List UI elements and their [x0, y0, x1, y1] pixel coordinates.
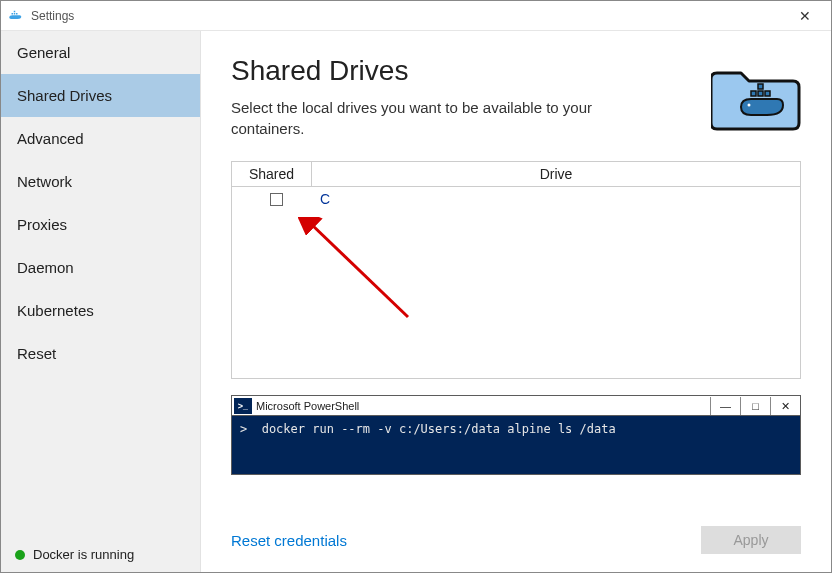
svg-rect-0: [12, 13, 14, 15]
page-title: Shared Drives: [231, 55, 711, 87]
svg-point-8: [748, 104, 751, 107]
status-dot-icon: [15, 550, 25, 560]
reset-credentials-link[interactable]: Reset credentials: [231, 532, 347, 549]
footer: Reset credentials Apply: [231, 510, 801, 554]
svg-rect-2: [16, 13, 18, 15]
svg-rect-1: [14, 13, 16, 15]
ps-minimize-button[interactable]: —: [710, 397, 740, 415]
status-bar: Docker is running: [1, 537, 200, 572]
table-body: C: [232, 187, 800, 378]
sidebar-item-shared-drives[interactable]: Shared Drives: [1, 74, 200, 117]
annotation-arrow-icon: [298, 217, 418, 327]
powershell-icon: >_: [234, 398, 252, 414]
svg-rect-3: [14, 10, 16, 12]
ps-close-button[interactable]: ✕: [770, 397, 800, 415]
header-text: Shared Drives Select the local drives yo…: [231, 55, 711, 139]
svg-line-9: [310, 223, 408, 317]
titlebar: Settings ✕: [1, 1, 831, 31]
close-button[interactable]: ✕: [785, 8, 825, 24]
sidebar-item-network[interactable]: Network: [1, 160, 200, 203]
nav: General Shared Drives Advanced Network P…: [1, 31, 200, 537]
powershell-body: > docker run --rm -v c:/Users:/data alpi…: [232, 416, 800, 474]
svg-rect-6: [765, 91, 770, 96]
sidebar-item-daemon[interactable]: Daemon: [1, 246, 200, 289]
sidebar-item-reset[interactable]: Reset: [1, 332, 200, 375]
sidebar-item-kubernetes[interactable]: Kubernetes: [1, 289, 200, 332]
powershell-controls: — □ ✕: [710, 397, 800, 415]
table-header: Shared Drive: [232, 162, 800, 187]
table-row: C: [232, 187, 800, 211]
ps-maximize-button[interactable]: □: [740, 397, 770, 415]
page-subtitle: Select the local drives you want to be a…: [231, 97, 611, 139]
sidebar-item-advanced[interactable]: Advanced: [1, 117, 200, 160]
powershell-title: Microsoft PowerShell: [256, 400, 710, 412]
powershell-window: >_ Microsoft PowerShell — □ ✕ > docker r…: [231, 395, 801, 475]
window-title: Settings: [31, 9, 74, 23]
drive-checkbox[interactable]: [270, 193, 283, 206]
whale-icon: [7, 7, 25, 25]
folder-whale-icon: [711, 55, 801, 133]
cell-drive[interactable]: C: [312, 191, 792, 207]
main-panel: Shared Drives Select the local drives yo…: [201, 31, 831, 572]
status-text: Docker is running: [33, 547, 134, 562]
cell-shared: [240, 193, 312, 206]
settings-window: Settings ✕ General Shared Drives Advance…: [0, 0, 832, 573]
svg-rect-4: [751, 91, 756, 96]
col-header-shared: Shared: [232, 162, 312, 186]
sidebar: General Shared Drives Advanced Network P…: [1, 31, 201, 572]
sidebar-item-proxies[interactable]: Proxies: [1, 203, 200, 246]
drives-table: Shared Drive C: [231, 161, 801, 379]
svg-rect-7: [758, 84, 763, 89]
svg-rect-5: [758, 91, 763, 96]
window-body: General Shared Drives Advanced Network P…: [1, 31, 831, 572]
header-row: Shared Drives Select the local drives yo…: [231, 55, 801, 139]
apply-button[interactable]: Apply: [701, 526, 801, 554]
powershell-titlebar: >_ Microsoft PowerShell — □ ✕: [232, 396, 800, 416]
col-header-drive: Drive: [312, 162, 800, 186]
sidebar-item-general[interactable]: General: [1, 31, 200, 74]
